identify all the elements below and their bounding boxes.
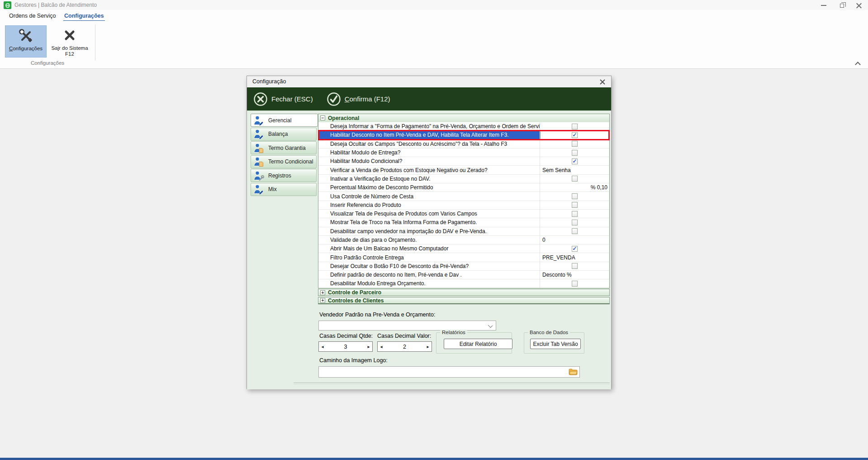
checkbox-unchecked[interactable] bbox=[572, 124, 578, 129]
setting-value[interactable]: Desconto % bbox=[540, 271, 609, 279]
decrement-arrow-icon[interactable]: ◂ bbox=[378, 344, 385, 349]
decimal-qty-stepper[interactable]: ◂ 3 ▸ bbox=[318, 341, 373, 352]
sidebar-item-termo-condicional[interactable]: Termo Condicional bbox=[251, 155, 317, 168]
setting-row[interactable]: Visualizar Tela de Pesquisa de Produtos … bbox=[318, 209, 609, 218]
ribbon-collapse-chevron-icon[interactable] bbox=[855, 62, 861, 65]
setting-value[interactable] bbox=[540, 210, 609, 218]
setting-row[interactable]: Filtro Padrão Controle EntregaPRE_VENDA bbox=[318, 253, 609, 261]
sidebar-item-label: Mix bbox=[268, 186, 277, 192]
decrement-arrow-icon[interactable]: ◂ bbox=[319, 344, 326, 349]
fechar-button-label: Fechar (ESC) bbox=[271, 95, 313, 103]
excluir-tab-versao-button[interactable]: Excluir Tab Versão bbox=[530, 339, 581, 349]
setting-row[interactable]: Habilitar Modulo Condicional?✓ bbox=[318, 157, 609, 165]
setting-row[interactable]: Deseja Ocultar os Campos "Desconto ou Ac… bbox=[318, 139, 609, 148]
setting-row[interactable]: Definir padrão de desconto no Item, Pré-… bbox=[318, 270, 609, 279]
fechar-button[interactable]: Fechar (ESC) bbox=[253, 92, 313, 106]
minimize-button[interactable] bbox=[816, 0, 832, 11]
sidebar-item-mix[interactable]: Mix bbox=[251, 183, 317, 196]
setting-row[interactable]: Deseja Informar a "Forma de Pagamento" n… bbox=[318, 122, 609, 130]
setting-row[interactable]: Desabilitar campo vendedor na importação… bbox=[318, 227, 609, 235]
setting-value[interactable]: % 0,10 bbox=[540, 183, 609, 192]
setting-row[interactable]: Inativar a Verificação de Estoque no DAV… bbox=[318, 174, 609, 183]
setting-value[interactable]: ✓ bbox=[540, 131, 609, 139]
sidebar-item-balança[interactable]: Balança bbox=[251, 128, 317, 141]
increment-arrow-icon[interactable]: ▸ bbox=[365, 344, 372, 349]
setting-row[interactable]: Abrir Mais de Um Balcao no Mesmo Computa… bbox=[318, 244, 609, 253]
setting-value[interactable]: PRE_VENDA bbox=[540, 253, 609, 261]
setting-row[interactable]: Mostrar Tela de Troco na Tela Informa Fo… bbox=[318, 218, 609, 226]
setting-row[interactable]: Habilitar Modulo de Entrega? bbox=[318, 148, 609, 157]
folder-icon[interactable] bbox=[569, 369, 578, 375]
checkbox-unchecked[interactable] bbox=[572, 281, 578, 287]
setting-row[interactable]: Validade de dias para o Orçamento.0 bbox=[318, 235, 609, 244]
confirma-button[interactable]: Confirma (F12) bbox=[327, 92, 390, 106]
checkbox-unchecked[interactable] bbox=[572, 220, 578, 225]
tab-ordens-de-servico[interactable]: Ordens de Serviço bbox=[8, 11, 57, 20]
group-header-operacional[interactable]: − Operacional bbox=[318, 114, 609, 122]
checkbox-checked[interactable]: ✓ bbox=[572, 132, 578, 138]
setting-row[interactable]: Usa Controle de Número de Cesta bbox=[318, 192, 609, 200]
close-button[interactable] bbox=[851, 0, 867, 11]
checkbox-unchecked[interactable] bbox=[572, 263, 578, 269]
restore-button[interactable] bbox=[834, 0, 850, 11]
checkbox-unchecked[interactable] bbox=[572, 150, 578, 156]
ribbon-tabrow: Ordens de Serviço Configurações bbox=[0, 10, 868, 21]
checkbox-unchecked[interactable] bbox=[572, 141, 578, 147]
setting-value[interactable] bbox=[540, 218, 609, 226]
checkbox-unchecked[interactable] bbox=[572, 228, 578, 234]
sidebar-item-termo-garantia[interactable]: Termo Garantia bbox=[251, 141, 317, 154]
setting-row[interactable]: Percentual Máximo de Desconto Permitido%… bbox=[318, 183, 609, 192]
dialog-titlebar: Configuração bbox=[247, 76, 611, 87]
group-header-controles-de-clientes[interactable]: + Controles de Clientes bbox=[318, 297, 610, 304]
sair-do-sistema-button[interactable]: Sair do Sistema F12 bbox=[48, 25, 91, 58]
chevron-down-icon bbox=[488, 323, 493, 328]
dialog-close-button[interactable] bbox=[598, 78, 607, 86]
sidebar-item-label: Termo Condicional bbox=[268, 158, 313, 165]
vendor-default-combobox[interactable] bbox=[318, 321, 496, 331]
dialog-title: Configuração bbox=[252, 78, 286, 85]
expand-icon[interactable]: + bbox=[320, 298, 325, 303]
setting-row[interactable]: Inserir Referencia do Produto bbox=[318, 201, 609, 209]
setting-value[interactable]: ✓ bbox=[540, 157, 609, 165]
setting-value[interactable] bbox=[540, 262, 609, 270]
expand-icon[interactable]: + bbox=[320, 290, 325, 295]
decimal-value-stepper[interactable]: ◂ 2 ▸ bbox=[377, 341, 432, 352]
checkbox-unchecked[interactable] bbox=[572, 193, 578, 199]
checkbox-unchecked[interactable] bbox=[572, 211, 578, 217]
setting-value[interactable] bbox=[540, 140, 609, 148]
taskbar-edge bbox=[0, 458, 868, 460]
group-header-controle-de-parceiro[interactable]: + Controle de Parceiro bbox=[318, 289, 610, 296]
editar-relatorio-button[interactable]: Editar Relatório bbox=[444, 339, 512, 349]
settings-grid: − Operacional Deseja Informar a "Forma d… bbox=[318, 114, 610, 288]
setting-label: Habilitar Modulo Condicional? bbox=[318, 157, 540, 165]
setting-value[interactable]: Sem Senha bbox=[540, 166, 609, 174]
logo-path-input[interactable] bbox=[318, 366, 580, 378]
setting-value[interactable]: ✓ bbox=[540, 244, 609, 253]
sidebar-item-registros[interactable]: Registros bbox=[251, 169, 317, 182]
setting-row[interactable]: Verificar a Venda de Produtos com Estoqu… bbox=[318, 165, 609, 174]
setting-value[interactable]: 0 bbox=[540, 236, 609, 244]
checkbox-checked[interactable]: ✓ bbox=[572, 246, 578, 252]
setting-value[interactable] bbox=[540, 201, 609, 209]
checkbox-unchecked[interactable] bbox=[572, 176, 578, 182]
setting-value[interactable] bbox=[540, 279, 609, 288]
settings-rows: Deseja Informar a "Forma de Pagamento" n… bbox=[318, 122, 609, 288]
checkbox-checked[interactable]: ✓ bbox=[572, 158, 578, 164]
sidebar-item-label: Gerencial bbox=[268, 117, 291, 124]
setting-value[interactable] bbox=[540, 122, 609, 130]
sidebar-item-gerencial[interactable]: Gerencial bbox=[251, 114, 318, 127]
setting-value[interactable] bbox=[540, 227, 609, 235]
increment-arrow-icon[interactable]: ▸ bbox=[424, 344, 432, 349]
setting-row[interactable]: Habilitar Desconto no Item Pré-Venda e D… bbox=[318, 130, 609, 139]
checkbox-unchecked[interactable] bbox=[572, 202, 578, 208]
setting-value[interactable] bbox=[540, 192, 609, 200]
setting-value[interactable] bbox=[540, 175, 609, 183]
configuracoes-button-label: Configurações bbox=[9, 46, 43, 52]
tab-configuracoes[interactable]: Configurações bbox=[63, 11, 105, 21]
collapse-icon[interactable]: − bbox=[320, 115, 325, 120]
app-logo-icon bbox=[4, 1, 11, 9]
setting-value[interactable] bbox=[540, 149, 609, 157]
setting-row[interactable]: Desejar Ocultar o Botão F10 de Desconto … bbox=[318, 262, 609, 270]
configuracoes-button[interactable]: Configurações bbox=[5, 25, 47, 58]
setting-row[interactable]: Desabilitar Modulo Entrega Orçamento. bbox=[318, 279, 609, 288]
